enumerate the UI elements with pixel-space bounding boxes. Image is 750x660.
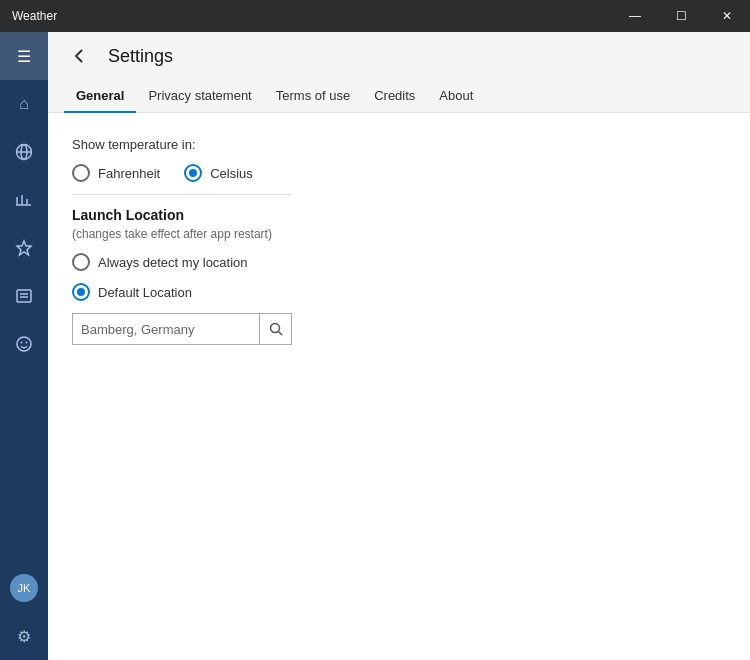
location-heading: Launch Location bbox=[72, 207, 726, 223]
svg-marker-7 bbox=[17, 241, 31, 255]
tab-general[interactable]: General bbox=[64, 80, 136, 113]
window-controls: — ☐ ✕ bbox=[612, 0, 750, 32]
sidebar-item-settings[interactable]: ⚙ bbox=[0, 612, 48, 660]
minimize-button[interactable]: — bbox=[612, 0, 658, 32]
settings-content: Show temperature in: Fahrenheit Celsius bbox=[48, 113, 750, 660]
avatar-initials: JK bbox=[10, 574, 38, 602]
radio-detect-label: Always detect my location bbox=[98, 255, 248, 270]
location-sub: (changes take effect after app restart) bbox=[72, 227, 726, 241]
temp-label: Show temperature in: bbox=[72, 137, 726, 152]
sidebar-top: ☰ ⌂ bbox=[0, 32, 48, 368]
back-button[interactable] bbox=[64, 40, 96, 72]
close-button[interactable]: ✕ bbox=[704, 0, 750, 32]
location-search-button[interactable] bbox=[259, 314, 291, 344]
sidebar-item-home[interactable]: ⌂ bbox=[0, 80, 48, 128]
tabs-bar: General Privacy statement Terms of use C… bbox=[48, 80, 750, 113]
radio-default-inner bbox=[77, 288, 85, 296]
sidebar-item-chart[interactable] bbox=[0, 176, 48, 224]
sidebar-item-star[interactable] bbox=[0, 224, 48, 272]
svg-point-12 bbox=[21, 342, 23, 344]
sidebar-item-news[interactable] bbox=[0, 272, 48, 320]
sidebar-item-emoji[interactable] bbox=[0, 320, 48, 368]
sidebar-bottom: JK ⚙ bbox=[0, 564, 48, 660]
app-title: Weather bbox=[12, 9, 57, 23]
main-content: Settings General Privacy statement Terms… bbox=[48, 32, 750, 660]
radio-default-location[interactable]: Default Location bbox=[72, 283, 726, 301]
svg-point-11 bbox=[17, 337, 31, 351]
sidebar-item-menu[interactable]: ☰ bbox=[0, 32, 48, 80]
tab-credits[interactable]: Credits bbox=[362, 80, 427, 113]
location-search-input[interactable] bbox=[73, 322, 259, 337]
radio-default-outer bbox=[72, 283, 90, 301]
tab-terms[interactable]: Terms of use bbox=[264, 80, 362, 113]
sidebar-item-globe[interactable] bbox=[0, 128, 48, 176]
tab-privacy[interactable]: Privacy statement bbox=[136, 80, 263, 113]
location-section: Launch Location (changes take effect aft… bbox=[72, 207, 726, 345]
maximize-button[interactable]: ☐ bbox=[658, 0, 704, 32]
radio-detect-outer bbox=[72, 253, 90, 271]
svg-rect-8 bbox=[17, 290, 31, 302]
divider-1 bbox=[72, 194, 292, 195]
radio-celsius-label: Celsius bbox=[210, 166, 253, 181]
temp-radio-group: Fahrenheit Celsius bbox=[72, 164, 726, 182]
radio-fahrenheit-label: Fahrenheit bbox=[98, 166, 160, 181]
radio-celsius[interactable]: Celsius bbox=[184, 164, 253, 182]
titlebar: Weather — ☐ ✕ bbox=[0, 0, 750, 32]
radio-default-label: Default Location bbox=[98, 285, 192, 300]
radio-detect-location[interactable]: Always detect my location bbox=[72, 253, 726, 271]
radio-celsius-outer bbox=[184, 164, 202, 182]
radio-celsius-inner bbox=[189, 169, 197, 177]
radio-fahrenheit[interactable]: Fahrenheit bbox=[72, 164, 160, 182]
svg-point-14 bbox=[270, 324, 279, 333]
app-window: Weather — ☐ ✕ ☰ ⌂ bbox=[0, 0, 750, 660]
tab-about[interactable]: About bbox=[427, 80, 485, 113]
radio-fahrenheit-outer bbox=[72, 164, 90, 182]
avatar[interactable]: JK bbox=[0, 564, 48, 612]
svg-point-13 bbox=[26, 342, 28, 344]
app-body: ☰ ⌂ bbox=[0, 32, 750, 660]
temperature-section: Show temperature in: Fahrenheit Celsius bbox=[72, 137, 726, 182]
location-search-box bbox=[72, 313, 292, 345]
svg-line-15 bbox=[278, 332, 282, 336]
sidebar: ☰ ⌂ bbox=[0, 32, 48, 660]
location-radio-group: Always detect my location Default Locati… bbox=[72, 253, 726, 301]
header: Settings bbox=[48, 32, 750, 80]
page-title: Settings bbox=[108, 46, 173, 67]
